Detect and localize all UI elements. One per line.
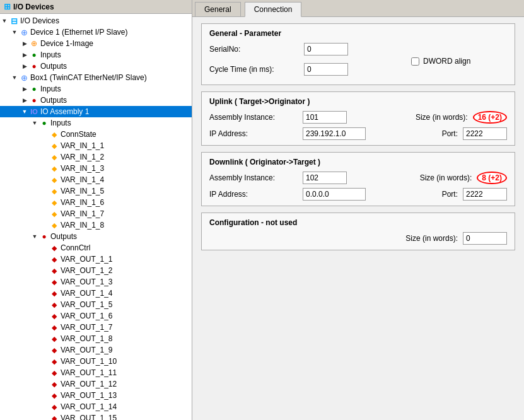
- tree-item-io-assembly1[interactable]: ▼ IO IO Assembly 1: [0, 106, 192, 117]
- tree-header-label: I/O Devices: [13, 3, 54, 11]
- uplink-title: Uplink ( Target->Originator ): [209, 97, 507, 106]
- cycle-time-input[interactable]: [304, 63, 348, 76]
- tree-item-var-in-1-4[interactable]: ▶ ◆ VAR_IN_1_4: [0, 174, 192, 185]
- downlink-assembly-instance-input[interactable]: [303, 172, 347, 184]
- var-in-1-8-label: VAR_IN_1_8: [61, 221, 104, 230]
- tree-item-box1-inputs[interactable]: ▶ ● Inputs: [0, 83, 192, 95]
- var-out-1-12-label: VAR_OUT_1_12: [61, 380, 117, 388]
- downlink-port-input[interactable]: [463, 188, 507, 201]
- tree-item-var-out-1-10[interactable]: ▶ ◆ VAR_OUT_1_10: [0, 356, 192, 367]
- config-size-input[interactable]: [463, 232, 507, 245]
- var-out-1-2-icon: ◆: [49, 265, 59, 276]
- var-in-1-5-label: VAR_IN_1_5: [61, 187, 104, 195]
- tree-item-var-out-1-9[interactable]: ▶ ◆ VAR_OUT_1_9: [0, 344, 192, 356]
- expand-box1-inputs[interactable]: ▶: [20, 85, 29, 93]
- uplink-port-input[interactable]: [463, 127, 507, 140]
- var-in-1-2-label: VAR_IN_1_2: [61, 153, 104, 161]
- downlink-title: Downlink ( Originator->Target ): [209, 158, 507, 166]
- box1-outputs-icon: ●: [29, 95, 39, 105]
- tree-item-device1-outputs[interactable]: ▶ ● Outputs: [0, 61, 192, 72]
- tree-item-device1-inputs[interactable]: ▶ ● Inputs: [0, 49, 192, 61]
- expand-io-assembly1[interactable]: ▼: [20, 107, 29, 116]
- var-out-1-14-label: VAR_OUT_1_14: [61, 402, 117, 411]
- tree-item-var-out-1-11[interactable]: ▶ ◆ VAR_OUT_1_11: [0, 367, 192, 378]
- tree-item-box1-outputs[interactable]: ▶ ● Outputs: [0, 95, 192, 106]
- tree-item-var-out-1-8[interactable]: ▶ ◆ VAR_OUT_1_8: [0, 333, 192, 344]
- var-out-1-4-icon: ◆: [49, 288, 59, 298]
- var-out-1-11-label: VAR_OUT_1_11: [61, 368, 117, 377]
- var-out-1-6-icon: ◆: [49, 311, 59, 321]
- expand-device1-inputs[interactable]: ▶: [20, 50, 29, 59]
- downlink-ip-address-label: IP Address:: [209, 190, 298, 199]
- expand-device1[interactable]: ▼: [10, 28, 19, 37]
- var-out-1-12-icon: ◆: [49, 379, 59, 389]
- uplink-ip-address-input[interactable]: [303, 127, 366, 140]
- tree-item-var-out-1-13[interactable]: ▶ ◆ VAR_OUT_1_13: [0, 390, 192, 401]
- tree-item-var-out-1-4[interactable]: ▶ ◆ VAR_OUT_1_4: [0, 288, 192, 299]
- tree-item-var-out-1-12[interactable]: ▶ ◆ VAR_OUT_1_12: [0, 378, 192, 390]
- var-out-1-10-icon: ◆: [49, 356, 59, 366]
- tree-item-var-out-1-3[interactable]: ▶ ◆ VAR_OUT_1_3: [0, 276, 192, 288]
- general-parameter-title: General - Parameter: [209, 29, 507, 38]
- tree-item-var-out-1-15[interactable]: ▶ ◆ VAR_OUT_1_15: [0, 412, 192, 420]
- tab-content-connection: General - Parameter SerialNo: Cycle Time…: [192, 17, 524, 420]
- var-out-1-10-label: VAR_OUT_1_10: [61, 357, 117, 366]
- tree-item-var-in-1-7[interactable]: ▶ ◆ VAR_IN_1_7: [0, 208, 192, 219]
- tree-item-var-in-1-3[interactable]: ▶ ◆ VAR_IN_1_3: [0, 163, 192, 174]
- io-assembly1-label: IO Assembly 1: [40, 107, 89, 116]
- tree-panel: ⊞ I/O Devices ▼ ⊟ I/O Devices ▼ ⊕ Device…: [0, 0, 192, 420]
- serial-no-input[interactable]: [304, 43, 348, 55]
- downlink-ip-address-input[interactable]: [303, 188, 366, 201]
- var-in-1-7-label: VAR_IN_1_7: [61, 209, 104, 218]
- expand-box1-outputs[interactable]: ▶: [20, 96, 29, 105]
- tab-connection[interactable]: Connection: [245, 2, 302, 17]
- tree-item-assembly-outputs[interactable]: ▼ ● Outputs: [0, 231, 192, 242]
- tree-item-var-out-1-5[interactable]: ▶ ◆ VAR_OUT_1_5: [0, 299, 192, 310]
- expand-io-devices[interactable]: ▼: [0, 16, 9, 25]
- tree-item-io-devices[interactable]: ▼ ⊟ I/O Devices: [0, 15, 192, 26]
- tree-item-device1-image[interactable]: ▶ ⊕ Device 1-Image: [0, 38, 192, 49]
- tree-item-assembly-inputs[interactable]: ▼ ● Inputs: [0, 117, 192, 129]
- var-out-1-3-label: VAR_OUT_1_3: [61, 277, 112, 286]
- tree-item-device1[interactable]: ▼ ⊕ Device 1 (Ethernet I/P Slave): [0, 26, 192, 38]
- tree-item-var-out-1-6[interactable]: ▶ ◆ VAR_OUT_1_6: [0, 310, 192, 322]
- tree-item-connstate[interactable]: ▶ ◆ ConnState: [0, 129, 192, 140]
- tree-item-var-out-1-7[interactable]: ▶ ◆ VAR_OUT_1_7: [0, 322, 192, 333]
- dword-align-checkbox[interactable]: [411, 57, 419, 66]
- expand-device1-outputs[interactable]: ▶: [20, 62, 29, 71]
- var-out-1-9-label: VAR_OUT_1_9: [61, 346, 112, 354]
- expand-box1[interactable]: ▼: [10, 73, 19, 82]
- tree-item-connctrl[interactable]: ▶ ◆ ConnCtrl: [0, 242, 192, 254]
- expand-device1-image[interactable]: ▶: [20, 39, 29, 48]
- var-out-1-8-icon: ◆: [49, 334, 59, 344]
- tree-item-var-out-1-14[interactable]: ▶ ◆ VAR_OUT_1_14: [0, 401, 192, 412]
- tree-item-var-in-1-8[interactable]: ▶ ◆ VAR_IN_1_8: [0, 219, 192, 231]
- connctrl-label: ConnCtrl: [61, 243, 90, 252]
- section-configuration: Configuration - not used Size (in words)…: [201, 213, 515, 250]
- device1-inputs-icon: ●: [29, 50, 39, 60]
- section-downlink: Downlink ( Originator->Target ) Assembly…: [201, 152, 515, 206]
- downlink-size-value: 8 (+2): [477, 172, 507, 184]
- tree-item-box1[interactable]: ▼ ⊕ Box1 (TwinCAT EtherNet/IP Slave): [0, 72, 192, 83]
- downlink-assembly-instance-label: Assembly Instance:: [209, 173, 298, 182]
- expand-assembly-inputs[interactable]: ▼: [30, 119, 39, 127]
- var-in-1-6-icon: ◆: [49, 197, 59, 207]
- config-size-label: Size (in words):: [405, 234, 458, 243]
- tree-item-var-in-1-2[interactable]: ▶ ◆ VAR_IN_1_2: [0, 151, 192, 163]
- tree-item-var-in-1-5[interactable]: ▶ ◆ VAR_IN_1_5: [0, 185, 192, 197]
- tree-item-var-in-1-1[interactable]: ▶ ◆ VAR_IN_1_1: [0, 140, 192, 151]
- device1-outputs-label: Outputs: [40, 62, 67, 71]
- uplink-assembly-instance-input[interactable]: [303, 111, 347, 124]
- var-in-1-4-label: VAR_IN_1_4: [61, 175, 104, 184]
- var-out-1-1-icon: ◆: [49, 254, 59, 264]
- tab-general[interactable]: General: [195, 2, 241, 16]
- tree-item-var-in-1-6[interactable]: ▶ ◆ VAR_IN_1_6: [0, 197, 192, 208]
- tree-item-var-out-1-2[interactable]: ▶ ◆ VAR_OUT_1_2: [0, 265, 192, 276]
- expand-assembly-outputs[interactable]: ▼: [30, 232, 39, 241]
- box1-inputs-label: Inputs: [40, 85, 61, 93]
- io-devices-label: I/O Devices: [20, 16, 59, 25]
- box1-inputs-icon: ●: [29, 84, 39, 94]
- tree-item-var-out-1-1[interactable]: ▶ ◆ VAR_OUT_1_1: [0, 254, 192, 265]
- cycle-time-row: Cycle Time (in ms):: [209, 63, 348, 76]
- device1-image-label: Device 1-Image: [40, 39, 93, 48]
